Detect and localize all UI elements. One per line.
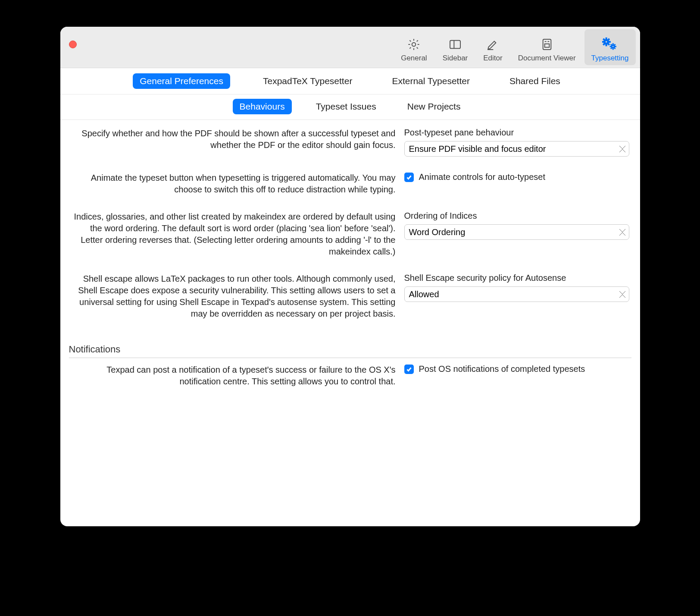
titlebar: General Sidebar Editor bbox=[60, 27, 640, 68]
checkbox-notifications[interactable] bbox=[404, 365, 414, 374]
gear-icon bbox=[406, 37, 422, 52]
svg-rect-23 bbox=[615, 46, 616, 47]
subtabs-row-1: General Preferences TexpadTeX Typesetter… bbox=[60, 68, 640, 94]
tab-label: General bbox=[401, 54, 427, 63]
svg-rect-12 bbox=[602, 41, 604, 43]
tab-label: Editor bbox=[483, 54, 502, 63]
row-post-typeset: Specify whether and how the PDF should b… bbox=[69, 128, 631, 157]
desc-post-typeset: Specify whether and how the PDF should b… bbox=[69, 128, 396, 157]
tab-typesetting[interactable]: Typesetting bbox=[584, 29, 636, 65]
row-animate: Animate the typeset button when typesett… bbox=[69, 172, 631, 195]
tab-editor[interactable]: Editor bbox=[476, 29, 509, 65]
svg-rect-25 bbox=[610, 47, 612, 49]
label-indices: Ordering of Indices bbox=[404, 211, 477, 221]
select-shell-escape[interactable]: Allowed bbox=[404, 286, 629, 302]
desc-notifications: Texpad can post a notification of a type… bbox=[69, 364, 396, 387]
svg-point-9 bbox=[605, 41, 607, 43]
tab-document-viewer[interactable]: Document Viewer bbox=[511, 29, 583, 65]
svg-rect-26 bbox=[610, 44, 612, 45]
desc-indices: Indices, glossaries, and other list crea… bbox=[69, 211, 396, 258]
desc-animate: Animate the typeset button when typesett… bbox=[69, 172, 396, 195]
sidebar-icon bbox=[447, 37, 463, 52]
svg-rect-21 bbox=[612, 48, 613, 50]
toolbar-tabs: General Sidebar Editor bbox=[393, 27, 640, 68]
svg-rect-27 bbox=[614, 47, 616, 49]
tab-general[interactable]: General bbox=[394, 29, 434, 65]
svg-rect-16 bbox=[603, 38, 605, 41]
close-window-button[interactable] bbox=[69, 41, 77, 48]
svg-rect-15 bbox=[603, 43, 605, 45]
select-post-typeset[interactable]: Ensure PDF visible and focus editor bbox=[404, 141, 629, 157]
section-header-notifications: Notifications bbox=[69, 335, 631, 358]
svg-rect-17 bbox=[608, 43, 610, 45]
svg-rect-7 bbox=[544, 44, 549, 47]
svg-point-0 bbox=[412, 43, 416, 47]
row-indices: Indices, glossaries, and other list crea… bbox=[69, 211, 631, 258]
checkbox-animate[interactable] bbox=[404, 173, 414, 182]
tab-label: Document Viewer bbox=[518, 54, 576, 63]
select-value: Ensure PDF visible and focus editor bbox=[409, 144, 546, 154]
svg-rect-22 bbox=[610, 46, 611, 47]
select-value: Word Ordering bbox=[409, 227, 466, 237]
preferences-window: General Sidebar Editor bbox=[60, 27, 640, 526]
desc-shell-escape: Shell escape allows LaTeX packages to ru… bbox=[69, 273, 396, 320]
window-controls bbox=[69, 41, 77, 48]
tab-label: Typesetting bbox=[591, 54, 629, 63]
row-shell-escape: Shell escape allows LaTeX packages to ru… bbox=[69, 273, 631, 320]
tab-sidebar[interactable]: Sidebar bbox=[436, 29, 475, 65]
pencil-icon bbox=[485, 37, 500, 52]
svg-rect-4 bbox=[543, 39, 551, 50]
svg-rect-1 bbox=[450, 41, 460, 49]
subtab-shared-files[interactable]: Shared Files bbox=[503, 73, 567, 89]
svg-rect-20 bbox=[612, 44, 613, 45]
label-notifications: Post OS notifications of completed types… bbox=[419, 364, 585, 374]
subtab-new-projects[interactable]: New Projects bbox=[400, 99, 468, 114]
subtab-general-preferences[interactable]: General Preferences bbox=[133, 73, 230, 89]
select-value: Allowed bbox=[409, 289, 439, 299]
label-animate: Animate controls for auto-typeset bbox=[419, 172, 545, 182]
tab-label: Sidebar bbox=[443, 54, 468, 63]
svg-point-19 bbox=[612, 46, 614, 47]
svg-rect-24 bbox=[614, 44, 616, 45]
svg-rect-11 bbox=[606, 44, 607, 46]
svg-rect-10 bbox=[606, 38, 607, 39]
subtab-typeset-issues[interactable]: Typeset Issues bbox=[309, 99, 383, 114]
label-shell-escape: Shell Escape security policy for Autosen… bbox=[404, 273, 566, 283]
select-indices[interactable]: Word Ordering bbox=[404, 224, 629, 240]
content-area: Specify whether and how the PDF should b… bbox=[60, 120, 640, 526]
row-notifications: Texpad can post a notification of a type… bbox=[69, 364, 631, 387]
svg-rect-13 bbox=[609, 41, 611, 43]
subtab-texpadtex-typesetter[interactable]: TexpadTeX Typesetter bbox=[256, 73, 359, 89]
subtab-external-typesetter[interactable]: External Typesetter bbox=[385, 73, 477, 89]
label-post-typeset: Post-typeset pane behaviour bbox=[404, 128, 514, 138]
document-icon bbox=[539, 37, 555, 52]
subtab-behaviours[interactable]: Behaviours bbox=[233, 99, 292, 114]
svg-rect-14 bbox=[608, 38, 610, 41]
gears-icon bbox=[602, 37, 618, 52]
subtabs-row-2: Behaviours Typeset Issues New Projects bbox=[60, 94, 640, 120]
